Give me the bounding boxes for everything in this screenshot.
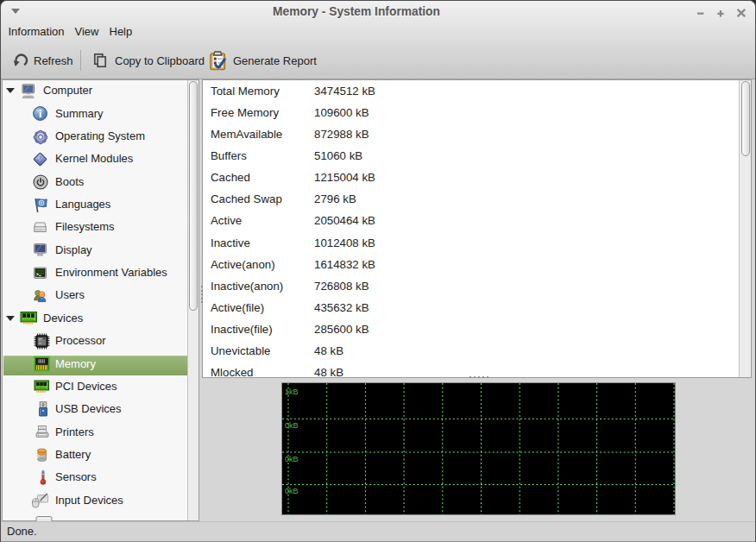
- svg-text:1kB: 1kB: [285, 388, 299, 396]
- svg-text:0kB: 0kB: [285, 487, 299, 495]
- svg-text:0kB: 0kB: [285, 455, 299, 463]
- svg-text:0kB: 0kB: [285, 421, 299, 430]
